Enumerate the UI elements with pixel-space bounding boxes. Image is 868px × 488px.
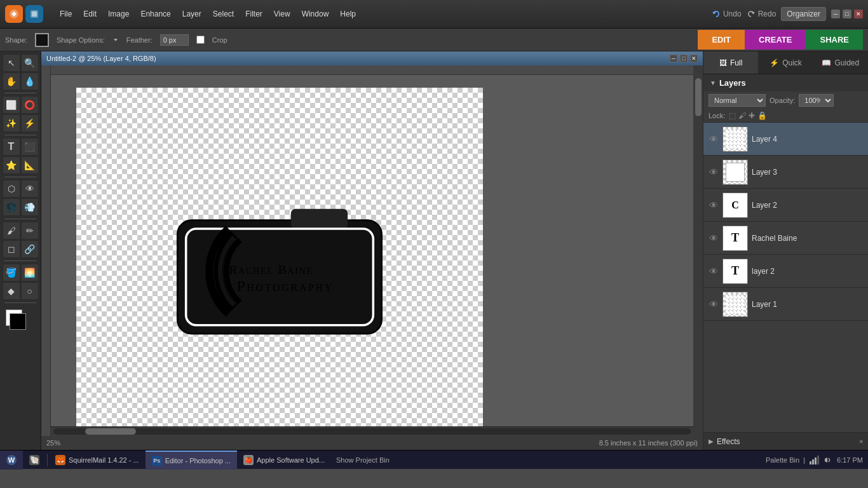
layer-item-rachel-baine[interactable]: 👁 T Rachel Baine <box>703 222 868 255</box>
layer2b-visibility[interactable]: 👁 <box>709 266 719 276</box>
text-tool[interactable]: T <box>3 138 20 156</box>
crop-checkbox[interactable] <box>196 36 205 44</box>
custom-shape-tool[interactable]: ◆ <box>3 282 20 300</box>
minimize-button[interactable]: ─ <box>831 10 840 18</box>
show-project-bin-button[interactable]: Show Project Bin <box>331 456 395 464</box>
menu-file[interactable]: File <box>55 7 77 21</box>
redeye-tool[interactable]: 👁 <box>21 180 39 198</box>
hscroll-track[interactable] <box>53 428 691 435</box>
effects-arrow-icon: ▶ <box>709 438 714 445</box>
layer2b-thumb: T <box>722 259 748 284</box>
taskbar-item-apple[interactable]: 🍎 Apple Software Upd... <box>237 451 331 470</box>
layer2-visibility[interactable]: 👁 <box>709 200 719 210</box>
straighten-tool[interactable]: 📐 <box>21 156 39 174</box>
organizer-button[interactable]: Organizer <box>781 7 826 21</box>
feather-input[interactable] <box>160 34 189 46</box>
menu-layer[interactable]: Layer <box>177 7 207 21</box>
canvas-dimensions: 8.5 inches x 11 inches (300 ppi) <box>599 439 698 447</box>
move-tool[interactable]: ↖ <box>3 54 20 72</box>
crop-tool[interactable]: ⬛ <box>21 138 39 156</box>
eraser-tool[interactable]: ◻ <box>3 240 20 258</box>
lock-move-icon[interactable]: ✚ <box>749 111 755 120</box>
pencil-tool[interactable]: ✏ <box>21 222 39 240</box>
canvas-minimize[interactable]: ─ <box>670 55 677 62</box>
eyedropper-tool[interactable]: 💧 <box>21 72 39 90</box>
foreground-color-swatch[interactable] <box>10 313 26 330</box>
taskbar-right: Palette Bin | 6:17 PM <box>761 455 868 465</box>
canvas-close[interactable]: ✕ <box>690 55 698 62</box>
brush-tool[interactable]: 🖌 <box>3 222 20 240</box>
layer4-visibility[interactable]: 👁 <box>709 134 719 144</box>
tool-separator-4 <box>4 219 36 219</box>
paint-bucket-tool[interactable]: 🪣 <box>3 264 20 281</box>
taskbar-items: 🐚 🦊 SquirrelMail 1.4.22 - ... Ps Editor … <box>23 451 331 469</box>
menu-enhance[interactable]: Enhance <box>135 7 175 21</box>
share-mode-button[interactable]: SHARE <box>806 30 863 50</box>
spot-heal-tool[interactable]: ⬡ <box>3 180 20 198</box>
layer-item-layer2b[interactable]: 👁 T layer 2 <box>703 255 868 288</box>
taskbar-item-photoshop[interactable]: Ps Editor - Photoshop ... <box>146 451 237 470</box>
marquee-tool[interactable]: ⬜ <box>3 96 20 114</box>
layer1-visibility[interactable]: 👁 <box>709 299 719 309</box>
svg-rect-13 <box>817 456 819 464</box>
lock-all-icon[interactable]: 🔒 <box>757 111 767 120</box>
menu-help[interactable]: Help <box>335 7 361 21</box>
menu-select[interactable]: Select <box>208 7 239 21</box>
canvas-hscroll[interactable] <box>51 426 693 436</box>
opacity-select[interactable]: 100% <box>799 94 834 107</box>
blend-mode-select[interactable]: Normal <box>709 94 766 107</box>
effects-section[interactable]: ▶ Effects » <box>703 432 868 450</box>
tab-full[interactable]: 🖼 Full <box>703 51 758 74</box>
hand-tool[interactable]: ✋ <box>3 72 20 90</box>
maximize-button[interactable]: □ <box>843 10 851 18</box>
shape-swatch[interactable] <box>35 33 49 47</box>
tab-guided[interactable]: 📖 Guided <box>813 51 868 74</box>
quick-select-tool[interactable]: ⚡ <box>21 114 39 132</box>
svg-rect-2 <box>32 11 37 17</box>
sponge-tool[interactable]: ○ <box>21 282 39 300</box>
blur-tool[interactable]: 💨 <box>21 198 39 216</box>
taskbar-item-squirrelmail[interactable]: 🦊 SquirrelMail 1.4.22 - ... <box>49 451 146 470</box>
canvas-restore[interactable]: □ <box>680 55 688 62</box>
zoom-tool[interactable]: 🔍 <box>21 54 39 72</box>
menu-filter[interactable]: Filter <box>240 7 268 21</box>
effects-expand-icon[interactable]: » <box>859 438 863 445</box>
menu-window[interactable]: Window <box>297 7 334 21</box>
hscroll-thumb[interactable] <box>85 428 136 435</box>
undo-button[interactable]: Undo <box>712 10 742 18</box>
top-right-controls: Undo Redo Organizer ─ □ ✕ <box>707 7 868 21</box>
lasso-tool[interactable]: ⭕ <box>21 96 39 114</box>
gradient-tool[interactable]: 🌅 <box>21 264 39 281</box>
layer-item-layer2[interactable]: 👁 C Layer 2 <box>703 189 868 222</box>
rachel-baine-thumb: T <box>722 226 748 251</box>
lock-paint-icon[interactable]: 🖌 <box>738 111 746 120</box>
taskbar-item-start-orb[interactable]: 🐚 <box>23 451 46 470</box>
effects-label: Effects <box>717 437 740 446</box>
left-toolbar: ↖ 🔍 ✋ 💧 ⬜ ⭕ ✨ ⚡ T ⬛ ⭐ 📐 ⬡ 👁 <box>0 51 41 450</box>
edit-mode-button[interactable]: EDIT <box>698 30 745 50</box>
layer3-visibility[interactable]: 👁 <box>709 167 719 177</box>
lock-transparent-icon[interactable]: ⬚ <box>729 111 736 120</box>
shape-options-dropdown-icon[interactable] <box>112 37 119 43</box>
layer-item-layer3[interactable]: 👁 Layer 3 <box>703 156 868 189</box>
canvas-title: Untitled-2 @ 25% (Layer 4, RGB/8) <box>46 55 156 62</box>
clone-tool[interactable]: 🔗 <box>21 240 39 258</box>
menu-edit[interactable]: Edit <box>78 7 102 21</box>
canvas-viewport[interactable]: Rachel Baine Photography <box>51 75 693 426</box>
canvas-top-ruler <box>51 65 693 75</box>
magic-wand-tool[interactable]: ✨ <box>3 114 20 132</box>
canvas-right-scroll[interactable] <box>693 65 703 436</box>
create-mode-button[interactable]: CREATE <box>745 30 806 50</box>
menu-view[interactable]: View <box>269 7 295 21</box>
layer-item-layer4[interactable]: 👁 Layer 4 <box>703 123 868 156</box>
vscroll-thumb[interactable] <box>695 78 702 116</box>
layer-item-layer1[interactable]: 👁 Layer 1 <box>703 288 868 321</box>
rachel-baine-visibility[interactable]: 👁 <box>709 233 719 243</box>
tab-quick[interactable]: ⚡ Quick <box>758 51 813 74</box>
taskbar-start-button[interactable]: W <box>0 451 23 470</box>
redo-button[interactable]: Redo <box>747 10 776 18</box>
cookie-cutter-tool[interactable]: ⭐ <box>3 156 20 174</box>
close-button[interactable]: ✕ <box>854 10 863 18</box>
dodge-tool[interactable]: 🌑 <box>3 198 20 216</box>
menu-image[interactable]: Image <box>103 7 134 21</box>
